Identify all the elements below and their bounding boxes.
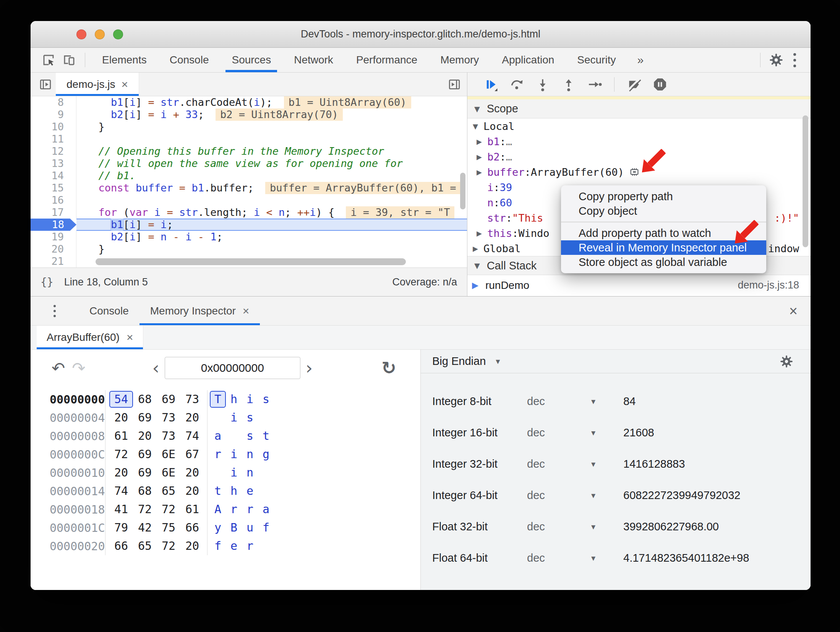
hex-byte[interactable]: 20 (180, 538, 204, 554)
hex-byte[interactable]: 66 (109, 538, 133, 554)
format-select[interactable]: dec (527, 520, 591, 533)
hex-byte[interactable]: 42 (133, 519, 157, 536)
format-select[interactable]: dec (527, 489, 591, 502)
menu-item-store-object-as-global-variable[interactable]: Store object as global variable (561, 255, 766, 269)
hex-byte[interactable]: 68 (133, 391, 157, 408)
hex-byte[interactable]: 69 (133, 409, 157, 426)
ascii-char[interactable]: e (226, 538, 242, 554)
hex-byte[interactable]: 61 (109, 428, 133, 444)
scope-local-section[interactable]: ▼ Local (467, 118, 811, 134)
value-settings-gear-icon[interactable] (780, 355, 793, 368)
tri-right-icon[interactable]: ▶ (477, 138, 487, 146)
hex-byte[interactable]: 65 (133, 538, 157, 554)
pretty-print-icon[interactable]: {} (41, 276, 54, 288)
ascii-char[interactable]: i (226, 464, 242, 481)
hex-byte[interactable]: 69 (157, 391, 180, 408)
ascii-char[interactable] (258, 538, 274, 554)
tri-right-icon[interactable]: ▶ (477, 153, 487, 161)
show-navigator-icon[interactable] (39, 78, 52, 91)
ascii-char[interactable]: s (242, 409, 258, 426)
hex-byte[interactable]: 20 (109, 464, 133, 481)
tab-performance[interactable]: Performance (345, 48, 429, 72)
tab-sources[interactable]: Sources (220, 48, 282, 72)
hex-byte[interactable]: 72 (157, 501, 180, 518)
hex-byte[interactable]: 67 (180, 446, 204, 463)
line-number[interactable]: 20 (31, 243, 76, 255)
step-over-icon[interactable] (509, 77, 524, 92)
ascii-char[interactable]: s (242, 428, 258, 444)
tab-console[interactable]: Console (158, 48, 221, 72)
ascii-char[interactable]: r (226, 501, 242, 518)
ascii-char[interactable]: A (210, 501, 226, 518)
tri-right-icon[interactable]: ▶ (473, 245, 483, 253)
ascii-char[interactable] (226, 428, 242, 444)
format-select[interactable]: dec (527, 395, 591, 408)
format-select[interactable]: dec (527, 426, 591, 439)
hex-byte[interactable]: 61 (180, 501, 204, 518)
line-number[interactable]: 18 (31, 219, 76, 231)
line-number[interactable]: 9 (31, 109, 76, 121)
ascii-char[interactable] (258, 409, 274, 426)
frame-location[interactable]: demo-js.js:18 (738, 279, 799, 291)
endianness-select[interactable]: Big Endian (432, 355, 486, 368)
tab-security[interactable]: Security (566, 48, 627, 72)
scope-variable-b1[interactable]: ▶b1: … (467, 134, 811, 149)
next-page-icon[interactable]: › (306, 358, 313, 378)
line-number[interactable]: 12 (31, 145, 76, 157)
ascii-char[interactable]: r (210, 446, 226, 463)
line-number[interactable]: 14 (31, 170, 76, 182)
resume-script-icon[interactable] (483, 77, 498, 92)
more-panels-button[interactable]: » (627, 53, 654, 66)
ascii-char[interactable] (258, 483, 274, 499)
hex-byte[interactable]: 20 (133, 428, 157, 444)
step-icon[interactable] (587, 77, 602, 92)
tri-right-icon[interactable]: ▶ (477, 168, 487, 176)
code-editor[interactable]: 8 b1[i] = str.charCodeAt(i);b1 = Uint8Ar… (31, 96, 467, 267)
hex-byte[interactable]: 20 (180, 483, 204, 499)
hex-byte[interactable]: 73 (157, 428, 180, 444)
drawer-menu-kebab-icon[interactable] (54, 305, 56, 317)
hex-byte[interactable]: 72 (157, 538, 180, 554)
ascii-char[interactable]: s (258, 391, 274, 408)
ascii-char[interactable]: f (210, 538, 226, 554)
hex-byte[interactable]: 69 (133, 446, 157, 463)
scope-scrollbar[interactable] (803, 115, 808, 247)
hex-byte[interactable]: 41 (109, 501, 133, 518)
step-into-icon[interactable] (535, 77, 550, 92)
hex-byte[interactable]: 6E (157, 464, 180, 481)
format-select[interactable]: dec (527, 552, 591, 564)
tab-application[interactable]: Application (490, 48, 566, 72)
drawer-tab-memory-inspector[interactable]: Memory Inspector× (139, 297, 260, 325)
hex-byte[interactable]: 20 (180, 464, 204, 481)
ascii-char[interactable]: r (242, 501, 258, 518)
ascii-char[interactable]: t (258, 428, 274, 444)
line-number[interactable]: 19 (31, 231, 76, 243)
close-drawer-icon[interactable]: × (789, 304, 798, 318)
drawer-tab-console[interactable]: Console (79, 297, 139, 325)
hex-byte[interactable]: 66 (180, 519, 204, 536)
hex-byte[interactable]: 73 (180, 391, 204, 408)
hex-byte[interactable]: 72 (133, 501, 157, 518)
hex-byte[interactable]: 68 (133, 483, 157, 499)
ascii-char[interactable] (210, 409, 226, 426)
close-file-tab-icon[interactable]: × (122, 79, 128, 90)
ascii-char[interactable]: i (242, 391, 258, 408)
ascii-char[interactable]: r (242, 538, 258, 554)
ascii-char[interactable]: e (242, 483, 258, 499)
menu-item-copy-object[interactable]: Copy object (561, 204, 766, 218)
inspect-element-icon[interactable] (38, 50, 59, 70)
caret-down-icon[interactable]: ▾ (591, 522, 623, 532)
tri-down-icon[interactable]: ▼ (473, 122, 483, 130)
hex-byte[interactable]: 79 (109, 519, 133, 536)
ascii-char[interactable]: n (242, 446, 258, 463)
buffer-tab-arraybuffer[interactable]: ArrayBuffer(60) × (37, 326, 143, 349)
tri-right-icon[interactable]: ▶ (477, 229, 487, 237)
line-number[interactable]: 10 (31, 121, 76, 133)
ascii-char[interactable]: h (226, 483, 242, 499)
editor-vertical-scrollbar[interactable] (460, 173, 465, 209)
caret-down-icon[interactable]: ▾ (496, 357, 500, 366)
hex-byte[interactable]: 6E (157, 446, 180, 463)
collapse-icon[interactable]: ▼ (474, 105, 480, 113)
format-select[interactable]: dec (527, 458, 591, 470)
caret-down-icon[interactable]: ▾ (591, 397, 623, 406)
